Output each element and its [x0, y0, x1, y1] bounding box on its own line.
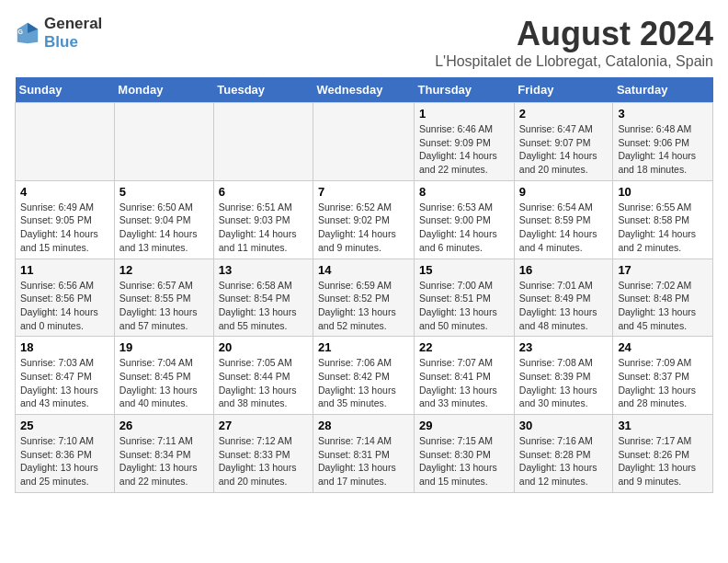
subtitle: L'Hospitalet de Llobregat, Catalonia, Sp… [435, 53, 713, 70]
day-info: Sunrise: 6:56 AM Sunset: 8:56 PM Dayligh… [20, 279, 109, 333]
day-number: 17 [618, 263, 708, 277]
day-number: 26 [119, 419, 209, 432]
header-sunday: Sunday [16, 77, 115, 103]
calendar-cell: 8Sunrise: 6:53 AM Sunset: 9:00 PM Daylig… [415, 180, 515, 259]
day-number: 8 [419, 185, 509, 199]
day-info: Sunrise: 6:46 AM Sunset: 9:09 PM Dayligh… [419, 122, 509, 177]
day-info: Sunrise: 7:09 AM Sunset: 8:37 PM Dayligh… [618, 356, 708, 410]
calendar-cell: 11Sunrise: 6:56 AM Sunset: 8:56 PM Dayli… [16, 259, 115, 337]
day-info: Sunrise: 6:57 AM Sunset: 8:55 PM Dayligh… [119, 279, 209, 333]
calendar-cell: 1Sunrise: 6:46 AM Sunset: 9:09 PM Daylig… [415, 103, 515, 181]
day-info: Sunrise: 6:47 AM Sunset: 9:07 PM Dayligh… [519, 122, 609, 177]
day-info: Sunrise: 7:04 AM Sunset: 8:45 PM Dayligh… [119, 356, 209, 410]
logo: G General Blue [15, 15, 102, 52]
calendar-header-row: SundayMondayTuesdayWednesdayThursdayFrid… [16, 77, 713, 103]
calendar-cell: 23Sunrise: 7:08 AM Sunset: 8:39 PM Dayli… [514, 337, 613, 415]
calendar-cell: 15Sunrise: 7:00 AM Sunset: 8:51 PM Dayli… [415, 259, 515, 337]
week-row-1: 1Sunrise: 6:46 AM Sunset: 9:09 PM Daylig… [16, 103, 713, 181]
day-info: Sunrise: 7:00 AM Sunset: 8:51 PM Dayligh… [419, 279, 509, 333]
title-block: August 2024 L'Hospitalet de Llobregat, C… [435, 15, 713, 70]
header-friday: Friday [514, 77, 613, 103]
day-info: Sunrise: 6:55 AM Sunset: 8:58 PM Dayligh… [618, 201, 708, 255]
day-number: 31 [618, 419, 708, 432]
calendar-cell: 25Sunrise: 7:10 AM Sunset: 8:36 PM Dayli… [16, 415, 115, 493]
day-info: Sunrise: 7:12 AM Sunset: 8:33 PM Dayligh… [219, 434, 308, 488]
calendar-cell: 9Sunrise: 6:54 AM Sunset: 8:59 PM Daylig… [514, 180, 613, 259]
day-info: Sunrise: 6:53 AM Sunset: 9:00 PM Dayligh… [419, 201, 509, 255]
logo-icon: G [15, 20, 40, 46]
day-number: 22 [419, 340, 509, 354]
day-number: 16 [519, 263, 609, 277]
day-number: 24 [618, 340, 708, 354]
header-tuesday: Tuesday [213, 77, 313, 103]
calendar-cell [213, 103, 313, 181]
day-number: 13 [219, 263, 308, 277]
day-number: 5 [119, 185, 209, 199]
calendar-cell: 27Sunrise: 7:12 AM Sunset: 8:33 PM Dayli… [213, 415, 313, 493]
day-info: Sunrise: 6:48 AM Sunset: 9:06 PM Dayligh… [618, 122, 708, 177]
day-info: Sunrise: 6:54 AM Sunset: 8:59 PM Dayligh… [519, 201, 609, 255]
day-number: 7 [318, 185, 409, 199]
calendar-cell: 4Sunrise: 6:49 AM Sunset: 9:05 PM Daylig… [16, 180, 115, 259]
day-number: 20 [219, 340, 308, 354]
day-info: Sunrise: 7:01 AM Sunset: 8:49 PM Dayligh… [519, 279, 609, 333]
week-row-5: 25Sunrise: 7:10 AM Sunset: 8:36 PM Dayli… [16, 415, 713, 493]
day-number: 28 [318, 419, 409, 432]
calendar-cell: 29Sunrise: 7:15 AM Sunset: 8:30 PM Dayli… [415, 415, 515, 493]
calendar-cell [313, 103, 415, 181]
day-number: 14 [318, 263, 409, 277]
day-number: 30 [519, 419, 609, 432]
calendar-cell [16, 103, 115, 181]
day-number: 11 [20, 263, 109, 277]
week-row-4: 18Sunrise: 7:03 AM Sunset: 8:47 PM Dayli… [16, 337, 713, 415]
day-info: Sunrise: 7:15 AM Sunset: 8:30 PM Dayligh… [419, 434, 509, 488]
day-number: 25 [20, 419, 109, 432]
day-number: 6 [219, 185, 308, 199]
day-number: 2 [519, 107, 609, 121]
day-info: Sunrise: 7:07 AM Sunset: 8:41 PM Dayligh… [419, 356, 509, 410]
day-info: Sunrise: 7:14 AM Sunset: 8:31 PM Dayligh… [318, 434, 409, 488]
calendar-cell: 18Sunrise: 7:03 AM Sunset: 8:47 PM Dayli… [16, 337, 115, 415]
day-number: 15 [419, 263, 509, 277]
calendar-cell: 21Sunrise: 7:06 AM Sunset: 8:42 PM Dayli… [313, 337, 415, 415]
calendar-cell: 30Sunrise: 7:16 AM Sunset: 8:28 PM Dayli… [514, 415, 613, 493]
day-info: Sunrise: 7:05 AM Sunset: 8:44 PM Dayligh… [219, 356, 308, 410]
calendar-cell: 17Sunrise: 7:02 AM Sunset: 8:48 PM Dayli… [613, 259, 713, 337]
calendar-cell: 7Sunrise: 6:52 AM Sunset: 9:02 PM Daylig… [313, 180, 415, 259]
day-info: Sunrise: 6:52 AM Sunset: 9:02 PM Dayligh… [318, 201, 409, 255]
calendar-cell: 12Sunrise: 6:57 AM Sunset: 8:55 PM Dayli… [114, 259, 213, 337]
header-saturday: Saturday [613, 77, 713, 103]
calendar-cell: 6Sunrise: 6:51 AM Sunset: 9:03 PM Daylig… [213, 180, 313, 259]
day-info: Sunrise: 6:51 AM Sunset: 9:03 PM Dayligh… [219, 201, 308, 255]
week-row-3: 11Sunrise: 6:56 AM Sunset: 8:56 PM Dayli… [16, 259, 713, 337]
day-number: 19 [119, 340, 209, 354]
day-info: Sunrise: 6:49 AM Sunset: 9:05 PM Dayligh… [20, 201, 109, 255]
day-number: 21 [318, 340, 409, 354]
header-wednesday: Wednesday [313, 77, 415, 103]
day-info: Sunrise: 7:16 AM Sunset: 8:28 PM Dayligh… [519, 434, 609, 488]
day-number: 10 [618, 185, 708, 199]
day-info: Sunrise: 7:17 AM Sunset: 8:26 PM Dayligh… [618, 434, 708, 488]
calendar-cell: 24Sunrise: 7:09 AM Sunset: 8:37 PM Dayli… [613, 337, 713, 415]
calendar-cell: 19Sunrise: 7:04 AM Sunset: 8:45 PM Dayli… [114, 337, 213, 415]
calendar-cell: 10Sunrise: 6:55 AM Sunset: 8:58 PM Dayli… [613, 180, 713, 259]
calendar-cell: 28Sunrise: 7:14 AM Sunset: 8:31 PM Dayli… [313, 415, 415, 493]
day-info: Sunrise: 7:06 AM Sunset: 8:42 PM Dayligh… [318, 356, 409, 410]
calendar-cell: 14Sunrise: 6:59 AM Sunset: 8:52 PM Dayli… [313, 259, 415, 337]
day-info: Sunrise: 7:08 AM Sunset: 8:39 PM Dayligh… [519, 356, 609, 410]
day-info: Sunrise: 6:59 AM Sunset: 8:52 PM Dayligh… [318, 279, 409, 333]
day-info: Sunrise: 7:02 AM Sunset: 8:48 PM Dayligh… [618, 279, 708, 333]
week-row-2: 4Sunrise: 6:49 AM Sunset: 9:05 PM Daylig… [16, 180, 713, 259]
day-number: 23 [519, 340, 609, 354]
calendar-cell: 13Sunrise: 6:58 AM Sunset: 8:54 PM Dayli… [213, 259, 313, 337]
calendar-cell: 16Sunrise: 7:01 AM Sunset: 8:49 PM Dayli… [514, 259, 613, 337]
calendar-cell: 26Sunrise: 7:11 AM Sunset: 8:34 PM Dayli… [114, 415, 213, 493]
calendar-cell: 3Sunrise: 6:48 AM Sunset: 9:06 PM Daylig… [613, 103, 713, 181]
main-title: August 2024 [435, 15, 713, 53]
day-number: 1 [419, 107, 509, 121]
calendar-cell: 31Sunrise: 7:17 AM Sunset: 8:26 PM Dayli… [613, 415, 713, 493]
logo-text: General Blue [44, 15, 102, 52]
day-number: 12 [119, 263, 209, 277]
day-info: Sunrise: 6:58 AM Sunset: 8:54 PM Dayligh… [219, 279, 308, 333]
day-info: Sunrise: 7:03 AM Sunset: 8:47 PM Dayligh… [20, 356, 109, 410]
